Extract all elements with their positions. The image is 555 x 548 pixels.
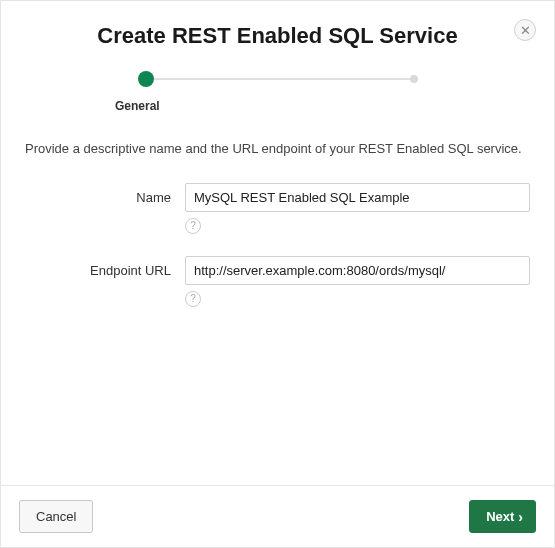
dialog-footer: Cancel Next › bbox=[1, 485, 554, 547]
wizard-step-general-node bbox=[138, 71, 154, 87]
next-button[interactable]: Next › bbox=[469, 500, 536, 533]
close-button[interactable]: ✕ bbox=[514, 19, 536, 41]
form-row-endpoint: Endpoint URL ? bbox=[25, 256, 530, 321]
wizard-line bbox=[146, 78, 410, 80]
endpoint-input[interactable] bbox=[185, 256, 530, 285]
dialog-title: Create REST Enabled SQL Service bbox=[1, 1, 554, 59]
name-help-icon[interactable]: ? bbox=[185, 218, 201, 234]
chevron-right-icon: › bbox=[518, 510, 523, 524]
wizard-step-next-node bbox=[410, 75, 418, 83]
endpoint-label: Endpoint URL bbox=[25, 256, 185, 278]
wizard-step-label: General bbox=[1, 99, 554, 113]
dialog-content: Provide a descriptive name and the URL e… bbox=[1, 131, 554, 485]
close-icon: ✕ bbox=[520, 24, 531, 37]
form-row-name: Name ? bbox=[25, 183, 530, 248]
name-label: Name bbox=[25, 183, 185, 205]
name-input[interactable] bbox=[185, 183, 530, 212]
wizard-progress bbox=[1, 59, 554, 93]
cancel-button[interactable]: Cancel bbox=[19, 500, 93, 533]
form-description: Provide a descriptive name and the URL e… bbox=[25, 139, 530, 159]
endpoint-help-icon[interactable]: ? bbox=[185, 291, 201, 307]
create-rest-sql-dialog: ✕ Create REST Enabled SQL Service Genera… bbox=[0, 0, 555, 548]
next-button-label: Next bbox=[486, 509, 514, 524]
